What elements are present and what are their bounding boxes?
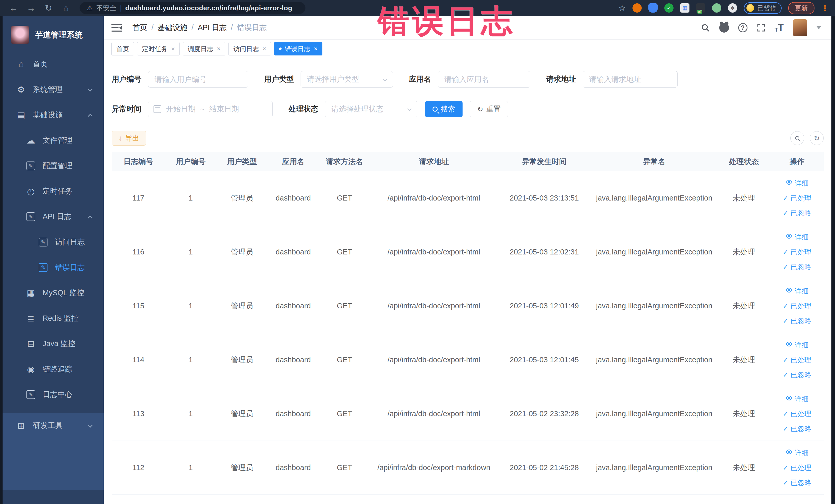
reload-icon[interactable]: ↻ [41,3,56,13]
paused-badge[interactable]: 已暂停 [744,2,781,14]
sidebar-item-Redis 监控[interactable]: ≣Redis 监控 [3,305,104,331]
tab-定时任务[interactable]: 定时任务× [137,42,180,56]
cell-user_type: 管理员 [217,247,268,257]
process-status-select[interactable]: 请选择处理状态 [325,101,418,117]
breadcrumb-item[interactable]: 基础设施 [158,23,187,33]
sidebar-item-系统管理[interactable]: ⚙系统管理 [3,77,104,102]
sidebar-item-API 日志[interactable]: ✎API 日志 [3,204,104,229]
sidebar-item-label: Java 监控 [43,339,75,349]
tab-首页[interactable]: 首页 [111,42,134,56]
url-separator: | [120,4,122,12]
sidebar-item-label: 研发工具 [33,421,63,431]
action-已忽略[interactable]: ✓已忽略 [782,478,811,487]
timer-icon: ◷ [25,186,37,196]
tab-close-icon[interactable]: × [217,45,221,53]
sidebar-item-错误日志[interactable]: ✎错误日志 [3,255,104,280]
sidebar-logo-row[interactable]: 芋道管理系统 [3,16,104,52]
action-已处理[interactable]: ✓已处理 [782,463,811,472]
user-caret-icon[interactable] [816,26,821,32]
sidebar-item-定时任务[interactable]: ◷定时任务 [3,178,104,204]
action-详细[interactable]: 详细 [786,395,809,404]
sidebar-fold-icon[interactable] [111,23,122,32]
sidebar-item-Java 监控[interactable]: ⊟Java 监控 [3,331,104,356]
exception-time-range-picker[interactable]: 开始日期 ~ 结束日期 [148,101,272,117]
sidebar-item-首页[interactable]: ⌂首页 [3,52,104,77]
github-icon[interactable] [719,23,729,33]
home-icon[interactable]: ⌂ [59,3,74,13]
action-详细[interactable]: 详细 [786,340,809,350]
ext-puzzle-icon[interactable]: ✻ [728,3,737,13]
sidebar-item-MySQL 监控[interactable]: ▦MySQL 监控 [3,280,104,305]
action-已处理[interactable]: ✓已处理 [782,355,811,365]
action-已忽略[interactable]: ✓已忽略 [782,370,811,380]
tab-close-icon[interactable]: × [171,45,175,53]
help-icon[interactable]: ? [738,23,748,32]
refresh-button[interactable]: ↻ [810,131,824,145]
cell-exception: java.lang.IllegalArgumentException [591,194,718,202]
action-已忽略[interactable]: ✓已忽略 [782,316,811,326]
action-详细[interactable]: 详细 [786,233,809,242]
access-log-icon: ✎ [39,238,47,246]
browser-update-button[interactable]: 更新 [788,2,814,14]
tab-访问日志[interactable]: 访问日志× [228,42,271,56]
user-avatar[interactable] [793,19,807,36]
ext-green-check-icon[interactable]: ✓ [664,3,674,13]
table-row: 1171管理员dashboardGET/api/infra/db-doc/exp… [111,171,824,225]
sidebar-item-label: 日志中心 [43,389,73,400]
ext-off-icon[interactable] [696,3,705,13]
sidebar-item-基础设施[interactable]: ▤基础设施 [3,102,104,127]
tab-close-icon[interactable]: × [314,45,318,53]
tab-错误日志[interactable]: 错误日志× [274,42,322,56]
user-id-input[interactable] [148,71,248,87]
table-row: 1121管理员dashboardGET/api/infra/db-doc/exp… [111,441,824,495]
browser-menu-icon[interactable]: ⋮ [821,4,829,13]
ext-grid-icon[interactable]: ▦ [680,3,690,13]
ext-leaf-icon[interactable] [712,3,721,13]
breadcrumb-separator: / [231,23,233,32]
sidebar-item-文件管理[interactable]: ☁文件管理 [3,127,104,153]
sidebar-item-访问日志[interactable]: ✎访问日志 [3,229,104,255]
url-bar[interactable]: ⚠ 不安全 | dashboard.yudao.iocoder.cn/infra… [80,2,305,14]
cell-status: 未处理 [718,193,770,203]
action-已处理[interactable]: ✓已处理 [782,247,811,257]
sidebar-item-配置管理[interactable]: ✎配置管理 [3,153,104,178]
check-icon: ✓ [782,317,789,325]
app-name-input[interactable] [438,71,530,87]
action-详细[interactable]: 详细 [786,179,809,188]
action-已处理[interactable]: ✓已处理 [782,194,811,203]
action-详细[interactable]: 详细 [786,286,809,296]
font-size-icon[interactable]: TT [775,22,784,33]
tab-调度日志[interactable]: 调度日志× [183,42,225,56]
cell-id: 113 [111,409,165,418]
fullscreen-icon[interactable] [757,23,766,32]
action-已忽略[interactable]: ✓已忽略 [782,208,811,218]
cell-actions: 详细✓已处理✓已忽略 [770,395,824,434]
column-header-用户类型: 用户类型 [217,157,268,167]
action-已忽略[interactable]: ✓已忽略 [782,262,811,271]
action-已忽略[interactable]: ✓已忽略 [782,424,811,434]
export-button[interactable]: ↓ 导出 [111,131,146,146]
forward-icon[interactable]: → [24,3,39,13]
sidebar-item-链路追踪[interactable]: ◉链路追踪 [3,356,104,382]
back-icon[interactable]: ← [6,3,21,13]
search-button[interactable]: 搜索 [425,101,463,117]
bookmark-star-icon[interactable]: ☆ [618,3,626,13]
action-已处理[interactable]: ✓已处理 [782,301,811,311]
action-已处理[interactable]: ✓已处理 [782,409,811,419]
cell-time: 2021-05-03 12:01:49 [497,302,591,310]
ext-shield-icon[interactable] [648,3,658,13]
table-header-row: 日志编号用户编号用户类型应用名请求方法名请求地址异常发生时间异常名处理状态操作 [111,152,824,171]
action-详细[interactable]: 详细 [786,448,809,458]
breadcrumb-item[interactable]: 首页 [133,23,147,33]
sidebar-item-日志中心[interactable]: ✎日志中心 [3,382,104,407]
sidebar-item-研发工具[interactable]: ⊞研发工具 [3,413,104,438]
tab-close-icon[interactable]: × [263,45,266,53]
search-icon[interactable] [701,23,710,32]
breadcrumb-item[interactable]: API 日志 [198,23,227,33]
breadcrumb-item[interactable]: 错误日志 [237,23,267,33]
reset-button[interactable]: ↻ 重置 [470,101,508,117]
request-url-input[interactable] [583,71,678,87]
user-type-select[interactable]: 请选择用户类型 [301,71,393,87]
ext-orange-icon[interactable] [632,3,642,13]
toggle-search-button[interactable] [790,131,804,145]
